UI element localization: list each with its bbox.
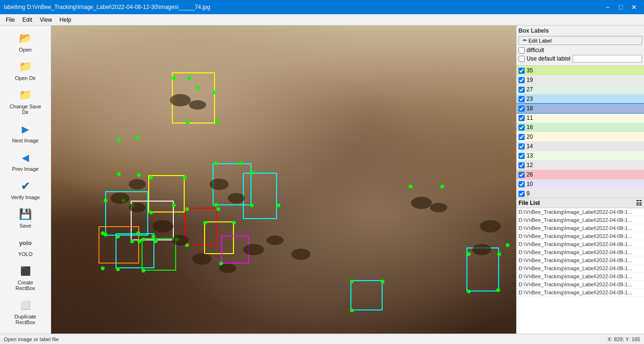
open-label: Open	[19, 47, 32, 53]
label-item[interactable]: 19	[517, 75, 644, 85]
verify-image-icon	[18, 178, 33, 194]
label-item[interactable]: 20	[517, 132, 644, 141]
yolo-icon	[18, 235, 33, 250]
next-image-button[interactable]: Next Image	[4, 118, 47, 146]
label-item[interactable]: 10	[517, 179, 644, 189]
label-item[interactable]: 9	[517, 189, 644, 198]
label-checkbox[interactable]	[519, 124, 525, 131]
file-item[interactable]: D:\VnBee_Tracking\Image_Label\2022-04-08…	[517, 281, 644, 289]
use-default-label-checkbox[interactable]	[519, 56, 525, 62]
label-checkbox[interactable]	[519, 115, 525, 121]
file-item[interactable]: D:\VnBee_Tracking\Image_Label\2022-04-08…	[517, 265, 644, 273]
label-item[interactable]: 14	[517, 141, 644, 151]
duplicate-rectbox-button[interactable]: DuplicateRectBox	[4, 294, 47, 327]
open-button[interactable]: Open	[4, 27, 47, 55]
maximize-button[interactable]: □	[615, 1, 627, 13]
label-item[interactable]: 35	[517, 66, 644, 75]
file-item[interactable]: D:\VnBee_Tracking\Image_Label\2022-04-08…	[517, 232, 644, 240]
open-dir-icon	[18, 59, 33, 74]
label-item[interactable]: 16	[517, 123, 644, 132]
label-number: 9	[527, 190, 530, 197]
file-item[interactable]: D:\VnBee_Tracking\Image_Label\2022-04-08…	[517, 289, 644, 297]
yolo-label: YOLO	[18, 251, 33, 257]
label-checkbox[interactable]	[519, 106, 525, 112]
label-number: 23	[527, 96, 533, 102]
file-item[interactable]: D:\VnBee_Tracking\Image_Label\2022-04-08…	[517, 240, 644, 248]
file-item[interactable]: D:\VnBee_Tracking\Image_Label\2022-04-08…	[517, 248, 644, 256]
label-number: 35	[527, 67, 533, 74]
open-dir-button[interactable]: Open Dir	[4, 56, 47, 83]
prev-image-label: Prev Image	[12, 166, 38, 172]
label-number: 18	[527, 105, 533, 112]
label-number: 20	[527, 133, 533, 140]
change-save-dir-button[interactable]: Change Save Dir	[4, 84, 47, 117]
label-item[interactable]: 12	[517, 160, 644, 170]
right-panel: Box Labels ✏ Edit Label difficult Use de…	[516, 26, 644, 334]
label-checkbox[interactable]	[519, 143, 525, 150]
duplicate-rectbox-icon	[18, 298, 33, 313]
minimize-button[interactable]: −	[601, 1, 614, 13]
label-checkbox[interactable]	[519, 77, 525, 83]
menu-help[interactable]: Help	[56, 16, 75, 24]
verify-image-button[interactable]: Verify Image	[4, 175, 47, 203]
label-item[interactable]: 11	[517, 113, 644, 123]
file-item[interactable]: D:\VnBee_Tracking\Image_Label\2022-04-08…	[517, 216, 644, 224]
image-background	[51, 26, 516, 334]
label-checkbox[interactable]	[519, 153, 525, 159]
next-image-label: Next Image	[12, 138, 38, 143]
label-checkbox[interactable]	[519, 191, 525, 197]
create-rectbox-icon	[18, 264, 33, 279]
label-item[interactable]: 18	[517, 104, 644, 113]
status-bar: Open image or label file X: 829; Y: 165	[0, 334, 644, 344]
menu-bar: File Edit View Help	[0, 14, 644, 26]
file-item[interactable]: D:\VnBee_Tracking\Image_Label\2022-04-08…	[517, 273, 644, 281]
label-number: 26	[527, 171, 533, 178]
label-checkbox[interactable]	[519, 172, 525, 178]
use-default-label-text: Use default labtel	[527, 55, 571, 62]
yolo-button[interactable]: YOLO	[4, 232, 47, 259]
label-list[interactable]: 35192723181116201413122610987	[517, 66, 644, 198]
menu-edit[interactable]: Edit	[18, 16, 36, 24]
file-list-icon: ☷	[636, 199, 642, 207]
file-list-header: File List ☷	[517, 198, 644, 208]
file-item[interactable]: D:\VnBee_Tracking\Image_Label\2022-04-08…	[517, 256, 644, 265]
window-controls: − □ ✕	[601, 1, 640, 13]
status-left: Open image or label file	[4, 336, 59, 342]
file-item[interactable]: D:\VnBee_Tracking\Image_Label\2022-04-08…	[517, 208, 644, 216]
label-number: 16	[527, 124, 533, 131]
create-rectbox-button[interactable]: CreateRectBox	[4, 260, 47, 293]
label-checkbox[interactable]	[519, 96, 525, 102]
label-checkbox[interactable]	[519, 68, 525, 74]
default-label-input[interactable]	[572, 55, 642, 62]
label-item[interactable]: 26	[517, 170, 644, 179]
duplicate-rectbox-label: DuplicateRectBox	[15, 314, 36, 325]
label-number: 27	[527, 86, 533, 93]
canvas-area[interactable]	[51, 26, 516, 334]
menu-view[interactable]: View	[36, 16, 56, 24]
window-title: labelImg D:\VnBee_Tracking\Image_Label\2…	[4, 4, 210, 10]
file-list-title: File List	[519, 200, 540, 206]
label-number: 13	[527, 152, 533, 159]
edit-label-button[interactable]: ✏ Edit Label	[519, 36, 642, 45]
left-toolbar: Open Open Dir Change Save Dir Next Image…	[0, 26, 51, 334]
edit-label-text: Edit Label	[528, 38, 552, 44]
label-checkbox[interactable]	[519, 134, 525, 140]
prev-image-icon	[18, 150, 33, 165]
file-list-section: File List ☷ D:\VnBee_Tracking\Image_Labe…	[517, 198, 644, 334]
label-checkbox[interactable]	[519, 87, 525, 93]
label-item[interactable]: 27	[517, 85, 644, 94]
close-button[interactable]: ✕	[628, 1, 640, 13]
label-number: 12	[527, 162, 533, 168]
prev-image-button[interactable]: Prev Image	[4, 147, 47, 174]
save-button[interactable]: Save	[4, 203, 47, 231]
label-item[interactable]: 13	[517, 151, 644, 160]
label-checkbox[interactable]	[519, 162, 525, 168]
file-item[interactable]: D:\VnBee_Tracking\Image_Label\2022-04-08…	[517, 224, 644, 232]
label-checkbox[interactable]	[519, 181, 525, 187]
label-item[interactable]: 23	[517, 94, 644, 104]
file-list-content[interactable]: D:\VnBee_Tracking\Image_Label\2022-04-08…	[517, 208, 644, 334]
label-number: 10	[527, 181, 533, 187]
menu-file[interactable]: File	[2, 16, 18, 24]
title-bar: labelImg D:\VnBee_Tracking\Image_Label\2…	[0, 0, 644, 14]
difficult-checkbox[interactable]	[519, 47, 525, 53]
